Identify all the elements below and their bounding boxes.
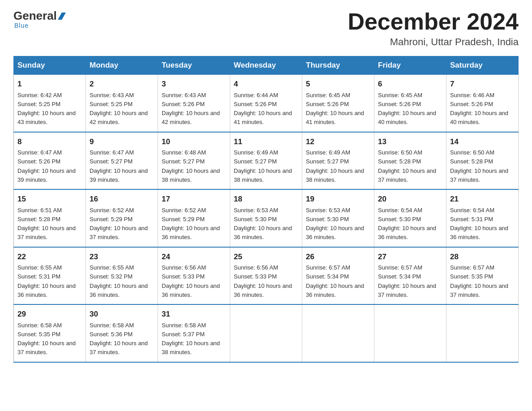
table-row: 25 Sunrise: 6:56 AMSunset: 5:33 PMDaylig… bbox=[230, 247, 302, 305]
day-number: 24 bbox=[162, 251, 226, 263]
day-info: Sunrise: 6:58 AMSunset: 5:37 PMDaylight:… bbox=[162, 322, 220, 356]
col-sunday: Sunday bbox=[14, 56, 86, 75]
table-row: 8 Sunrise: 6:47 AMSunset: 5:26 PMDayligh… bbox=[14, 132, 86, 190]
table-row: 12 Sunrise: 6:49 AMSunset: 5:27 PMDaylig… bbox=[302, 132, 374, 190]
day-info: Sunrise: 6:56 AMSunset: 5:33 PMDaylight:… bbox=[162, 264, 220, 298]
table-row: 5 Sunrise: 6:45 AMSunset: 5:26 PMDayligh… bbox=[302, 75, 374, 132]
day-info: Sunrise: 6:53 AMSunset: 5:30 PMDaylight:… bbox=[234, 207, 292, 241]
day-number: 21 bbox=[450, 193, 515, 205]
day-number: 15 bbox=[17, 193, 82, 205]
day-number: 13 bbox=[378, 136, 442, 148]
day-info: Sunrise: 6:57 AMSunset: 5:34 PMDaylight:… bbox=[306, 264, 364, 298]
logo-blue-text: Blue bbox=[14, 22, 29, 29]
day-info: Sunrise: 6:45 AMSunset: 5:26 PMDaylight:… bbox=[306, 92, 364, 126]
calendar-week-row: 22 Sunrise: 6:55 AMSunset: 5:31 PMDaylig… bbox=[14, 247, 519, 305]
day-info: Sunrise: 6:52 AMSunset: 5:29 PMDaylight:… bbox=[162, 207, 220, 241]
day-info: Sunrise: 6:47 AMSunset: 5:27 PMDaylight:… bbox=[90, 149, 148, 183]
table-row: 28 Sunrise: 6:57 AMSunset: 5:35 PMDaylig… bbox=[446, 247, 519, 305]
day-info: Sunrise: 6:46 AMSunset: 5:26 PMDaylight:… bbox=[450, 92, 508, 126]
col-monday: Monday bbox=[86, 56, 158, 75]
calendar-table: Sunday Monday Tuesday Wednesday Thursday… bbox=[13, 56, 519, 363]
table-row: 23 Sunrise: 6:55 AMSunset: 5:32 PMDaylig… bbox=[86, 247, 158, 305]
table-row: 29 Sunrise: 6:58 AMSunset: 5:35 PMDaylig… bbox=[14, 304, 86, 362]
day-number: 1 bbox=[17, 78, 82, 90]
calendar-week-row: 15 Sunrise: 6:51 AMSunset: 5:28 PMDaylig… bbox=[14, 189, 519, 247]
table-row: 4 Sunrise: 6:44 AMSunset: 5:26 PMDayligh… bbox=[230, 75, 302, 132]
day-info: Sunrise: 6:57 AMSunset: 5:34 PMDaylight:… bbox=[378, 264, 436, 298]
day-number: 19 bbox=[306, 193, 370, 205]
table-row: 15 Sunrise: 6:51 AMSunset: 5:28 PMDaylig… bbox=[14, 189, 86, 247]
day-info: Sunrise: 6:55 AMSunset: 5:32 PMDaylight:… bbox=[90, 264, 148, 298]
location-title: Mahroni, Uttar Pradesh, India bbox=[348, 36, 519, 48]
day-info: Sunrise: 6:58 AMSunset: 5:36 PMDaylight:… bbox=[90, 322, 148, 356]
day-info: Sunrise: 6:52 AMSunset: 5:29 PMDaylight:… bbox=[90, 207, 148, 241]
table-row: 31 Sunrise: 6:58 AMSunset: 5:37 PMDaylig… bbox=[158, 304, 230, 362]
col-thursday: Thursday bbox=[302, 56, 374, 75]
calendar-week-row: 8 Sunrise: 6:47 AMSunset: 5:26 PMDayligh… bbox=[14, 132, 519, 190]
day-info: Sunrise: 6:42 AMSunset: 5:25 PMDaylight:… bbox=[17, 92, 76, 126]
table-row bbox=[446, 304, 519, 362]
day-number: 25 bbox=[234, 251, 298, 263]
logo: General Blue bbox=[13, 9, 66, 29]
table-row: 1 Sunrise: 6:42 AMSunset: 5:25 PMDayligh… bbox=[14, 75, 86, 132]
day-info: Sunrise: 6:50 AMSunset: 5:28 PMDaylight:… bbox=[378, 149, 436, 183]
day-number: 28 bbox=[450, 251, 515, 263]
table-row: 22 Sunrise: 6:55 AMSunset: 5:31 PMDaylig… bbox=[14, 247, 86, 305]
day-info: Sunrise: 6:57 AMSunset: 5:35 PMDaylight:… bbox=[450, 264, 508, 298]
day-info: Sunrise: 6:43 AMSunset: 5:26 PMDaylight:… bbox=[162, 92, 220, 126]
day-number: 18 bbox=[234, 193, 298, 205]
table-row: 16 Sunrise: 6:52 AMSunset: 5:29 PMDaylig… bbox=[86, 189, 158, 247]
col-wednesday: Wednesday bbox=[230, 56, 302, 75]
day-info: Sunrise: 6:58 AMSunset: 5:35 PMDaylight:… bbox=[17, 322, 76, 356]
day-number: 22 bbox=[17, 251, 82, 263]
table-row: 27 Sunrise: 6:57 AMSunset: 5:34 PMDaylig… bbox=[374, 247, 446, 305]
day-number: 20 bbox=[378, 193, 442, 205]
day-info: Sunrise: 6:44 AMSunset: 5:26 PMDaylight:… bbox=[234, 92, 292, 126]
day-number: 4 bbox=[234, 78, 298, 90]
calendar-week-row: 29 Sunrise: 6:58 AMSunset: 5:35 PMDaylig… bbox=[14, 304, 519, 362]
table-row: 2 Sunrise: 6:43 AMSunset: 5:25 PMDayligh… bbox=[86, 75, 158, 132]
table-row: 6 Sunrise: 6:45 AMSunset: 5:26 PMDayligh… bbox=[374, 75, 446, 132]
day-info: Sunrise: 6:51 AMSunset: 5:28 PMDaylight:… bbox=[17, 207, 76, 241]
day-number: 7 bbox=[450, 78, 515, 90]
day-info: Sunrise: 6:49 AMSunset: 5:27 PMDaylight:… bbox=[234, 149, 292, 183]
day-number: 27 bbox=[378, 251, 442, 263]
table-row: 13 Sunrise: 6:50 AMSunset: 5:28 PMDaylig… bbox=[374, 132, 446, 190]
day-number: 17 bbox=[162, 193, 226, 205]
day-number: 14 bbox=[450, 136, 515, 148]
day-number: 26 bbox=[306, 251, 370, 263]
col-tuesday: Tuesday bbox=[158, 56, 230, 75]
day-number: 6 bbox=[378, 78, 442, 90]
table-row: 9 Sunrise: 6:47 AMSunset: 5:27 PMDayligh… bbox=[86, 132, 158, 190]
day-info: Sunrise: 6:48 AMSunset: 5:27 PMDaylight:… bbox=[162, 149, 220, 183]
day-info: Sunrise: 6:53 AMSunset: 5:30 PMDaylight:… bbox=[306, 207, 364, 241]
day-info: Sunrise: 6:55 AMSunset: 5:31 PMDaylight:… bbox=[17, 264, 76, 298]
day-info: Sunrise: 6:43 AMSunset: 5:25 PMDaylight:… bbox=[90, 92, 148, 126]
day-info: Sunrise: 6:50 AMSunset: 5:28 PMDaylight:… bbox=[450, 149, 508, 183]
table-row: 17 Sunrise: 6:52 AMSunset: 5:29 PMDaylig… bbox=[158, 189, 230, 247]
day-number: 12 bbox=[306, 136, 370, 148]
title-block: December 2024 Mahroni, Uttar Pradesh, In… bbox=[348, 9, 519, 48]
table-row: 19 Sunrise: 6:53 AMSunset: 5:30 PMDaylig… bbox=[302, 189, 374, 247]
day-number: 23 bbox=[90, 251, 154, 263]
table-row bbox=[230, 304, 302, 362]
logo-general-text: General bbox=[13, 9, 57, 23]
day-info: Sunrise: 6:45 AMSunset: 5:26 PMDaylight:… bbox=[378, 92, 436, 126]
table-row: 20 Sunrise: 6:54 AMSunset: 5:30 PMDaylig… bbox=[374, 189, 446, 247]
day-number: 11 bbox=[234, 136, 298, 148]
day-info: Sunrise: 6:49 AMSunset: 5:27 PMDaylight:… bbox=[306, 149, 364, 183]
day-info: Sunrise: 6:56 AMSunset: 5:33 PMDaylight:… bbox=[234, 264, 292, 298]
day-info: Sunrise: 6:54 AMSunset: 5:31 PMDaylight:… bbox=[450, 207, 508, 241]
day-number: 5 bbox=[306, 78, 370, 90]
day-number: 10 bbox=[162, 136, 226, 148]
day-info: Sunrise: 6:47 AMSunset: 5:26 PMDaylight:… bbox=[17, 149, 76, 183]
col-friday: Friday bbox=[374, 56, 446, 75]
calendar-week-row: 1 Sunrise: 6:42 AMSunset: 5:25 PMDayligh… bbox=[14, 75, 519, 132]
day-number: 30 bbox=[90, 308, 154, 320]
table-row: 21 Sunrise: 6:54 AMSunset: 5:31 PMDaylig… bbox=[446, 189, 519, 247]
table-row: 7 Sunrise: 6:46 AMSunset: 5:26 PMDayligh… bbox=[446, 75, 519, 132]
table-row: 3 Sunrise: 6:43 AMSunset: 5:26 PMDayligh… bbox=[158, 75, 230, 132]
table-row bbox=[302, 304, 374, 362]
month-title: December 2024 bbox=[348, 9, 519, 34]
table-row: 11 Sunrise: 6:49 AMSunset: 5:27 PMDaylig… bbox=[230, 132, 302, 190]
